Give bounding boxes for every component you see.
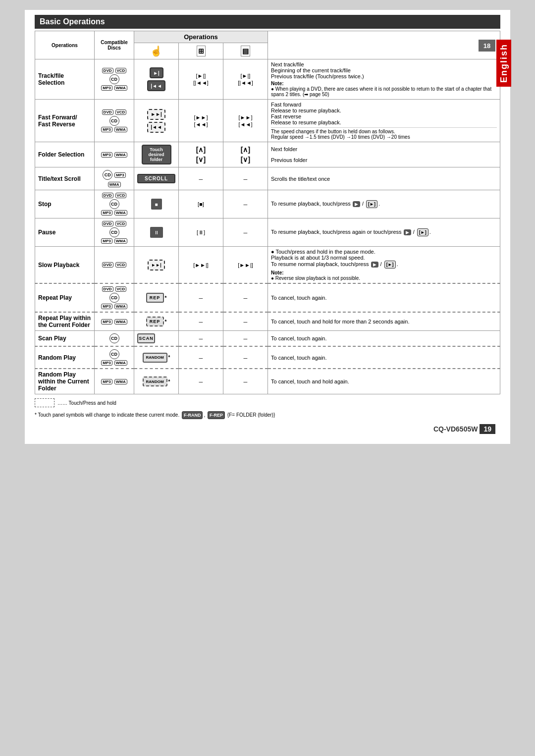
op1-fast: ►►| |◄◄ <box>134 100 179 142</box>
stop-btn[interactable]: ■ <box>151 199 162 210</box>
desc-repeat: To cancel, touch again. <box>268 283 500 312</box>
asterisk-rand: * <box>168 355 170 360</box>
model-footer: CQ-VD6505W 19 <box>35 424 500 434</box>
resume-slow-unit: [►] <box>384 261 396 269</box>
resume-play-btn: ▶ <box>353 201 360 207</box>
op3-scan: – <box>223 331 268 347</box>
discs-fast: DVD VCD CD MP3 WMA <box>95 100 134 142</box>
disc-cd-stop: CD <box>109 199 119 209</box>
discs-repeat: DVD VCD CD MP3 WMA <box>95 283 134 312</box>
footer-legend: …… Touch/Press and hold <box>35 398 500 407</box>
op3-scroll: – <box>223 167 268 190</box>
desc-beginning: Beginning of the current track/file <box>271 67 497 73</box>
resume-unit-btn: [►] <box>366 200 377 208</box>
rep-btn[interactable]: REP <box>146 293 164 303</box>
note-slow-label: Note: <box>271 270 284 275</box>
col-ops-group: Operations <box>134 31 268 43</box>
disc-cd-rand: CD <box>109 349 119 359</box>
row-title-scroll: Title/text Scroll CD MP3 WMA SCROLL – – … <box>35 167 500 190</box>
folder-text: folder <box>150 157 162 162</box>
op1-repeat: REP * <box>134 283 179 312</box>
op2-ff: [►►] <box>194 114 208 120</box>
op1-pause: ⏸ <box>134 218 179 247</box>
disc-mp3-rand: MP3 <box>101 360 112 366</box>
disc-wma-pause: WMA <box>114 238 127 244</box>
op1-random: RANDOM * <box>134 346 179 369</box>
page-container: English 18 Basic Operations Operations C… <box>25 10 510 444</box>
col-remote: ⊞ <box>179 43 223 59</box>
slow-touch-btn[interactable]: ►►| <box>148 260 164 270</box>
scan-btn[interactable]: SCAN <box>137 333 155 343</box>
op2-scan: – <box>179 331 223 347</box>
touch-text: Touch <box>150 147 162 152</box>
section-title: Basic Operations <box>35 15 500 29</box>
op1-stop: ■ <box>134 190 179 218</box>
row-repeat: Repeat Play DVD VCD CD MP3 WMA <box>35 283 500 312</box>
dashed-legend-box <box>35 398 54 407</box>
col-desc <box>268 31 500 59</box>
random-folder-btn[interactable]: RANDOM <box>143 377 167 386</box>
op2-stop-bracket: [■] <box>182 201 220 207</box>
op2-rf: – <box>179 312 223 331</box>
op1-repeat-folder: REP * <box>134 312 179 331</box>
disc-mp3-rep: MP3 <box>101 304 112 309</box>
disc-vcd-rep: VCD <box>115 286 127 292</box>
english-tab: English <box>496 40 511 87</box>
disc-dvd-slow: DVD <box>102 262 113 268</box>
label-random-folder: Random Play within the Current Folder <box>35 369 95 394</box>
scroll-btn[interactable]: SCROLL <box>137 174 175 183</box>
row-slow: Slow Playback DVD VCD ►►| [►►|] [►►|] <box>35 247 500 284</box>
folder-touch-btn[interactable]: Touch desired folder <box>137 144 175 165</box>
btn-next-touch[interactable]: ►| <box>150 67 163 78</box>
op1-scroll: SCROLL <box>134 167 179 190</box>
unit-icon: ▤ <box>241 46 250 56</box>
col-discs: Compatible Discs <box>95 31 134 59</box>
rep-folder-btn[interactable]: REP <box>146 317 164 326</box>
desc-rf: To cancel, touch and hold for more than … <box>268 312 500 331</box>
remote-icon: ⊞ <box>197 46 206 56</box>
op3-random: – <box>223 346 268 369</box>
pause-btn[interactable]: ⏸ <box>150 227 163 238</box>
btn-fr-touch[interactable]: |◄◄ <box>147 122 165 133</box>
discs-slow: DVD VCD <box>95 247 134 284</box>
disc-dvd2: DVD <box>102 109 113 115</box>
row-track-file: Track/file Selection DVD VCD CD MP3 WMA <box>35 59 500 100</box>
op2-track: [►|] [|◄◄] <box>179 59 223 100</box>
legend-text: …… Touch/Press and hold <box>57 400 116 406</box>
op3-rf: – <box>223 312 268 331</box>
op3-down: [∨] <box>241 156 250 163</box>
desc-pause: To resume playback, touch/press again or… <box>268 218 500 247</box>
label-random: Random Play <box>35 346 95 369</box>
op3-stop: – <box>223 190 268 218</box>
desc-prev-folder: Previous folder <box>271 157 497 163</box>
disc-dvd-stop: DVD <box>102 193 113 198</box>
disc-wma-randf: WMA <box>114 379 127 384</box>
asterisk-rf: * <box>165 319 167 324</box>
op3-next: [►|] <box>241 73 251 79</box>
label-pause: Pause <box>35 218 95 247</box>
op2-up: [∧] <box>196 146 206 154</box>
f-rep-label: F-REP <box>208 411 225 419</box>
model-name: CQ-VD6505W <box>433 425 478 433</box>
disc-mp3-randf: MP3 <box>101 379 112 384</box>
note-dvd-text: ● When playing a DVD, there are cases wh… <box>271 86 491 97</box>
footer-folder-text: {F= FOLDER (folder)} <box>227 412 275 418</box>
disc-wma-folder: WMA <box>114 152 127 158</box>
op3-ff: [►►] <box>239 114 253 120</box>
resume-unit-btn2: [►] <box>417 228 428 236</box>
op1-scan: SCAN <box>134 331 179 347</box>
op2-prev: [|◄◄] <box>193 80 209 86</box>
desc-scroll: Scrolls the title/text once <box>268 167 500 190</box>
main-table: Operations Compatible Discs Operations ☝… <box>35 31 500 394</box>
note-slow: Note: ● Reverse slow playback is not pos… <box>271 270 497 281</box>
btn-ff-touch[interactable]: ►►| <box>147 109 165 120</box>
touch-folder-box[interactable]: Touch desired folder <box>142 145 171 164</box>
disc-dvd: DVD <box>102 68 113 73</box>
label-repeat-folder: Repeat Play within the Current Folder <box>35 312 95 331</box>
random-btn[interactable]: RANDOM <box>143 353 167 363</box>
footer-note: * Touch panel symbols will change to ind… <box>35 411 500 419</box>
btn-prev-touch[interactable]: |◄◄ <box>147 80 165 91</box>
label-slow: Slow Playback <box>35 247 95 284</box>
discs-random-folder: MP3 WMA <box>95 369 134 394</box>
desc-fr: Fast reverse <box>271 113 497 119</box>
